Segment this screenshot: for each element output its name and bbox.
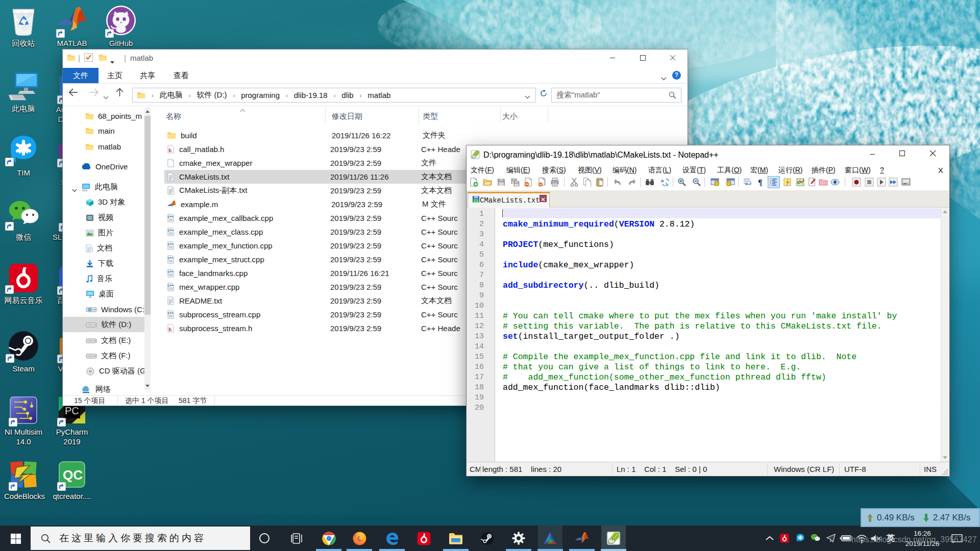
- svg-text:¶: ¶: [758, 178, 763, 187]
- svg-text:PC: PC: [65, 405, 79, 416]
- svg-text:a: a: [661, 178, 664, 183]
- svg-text:b: b: [666, 182, 669, 187]
- svg-text:QC: QC: [63, 467, 83, 483]
